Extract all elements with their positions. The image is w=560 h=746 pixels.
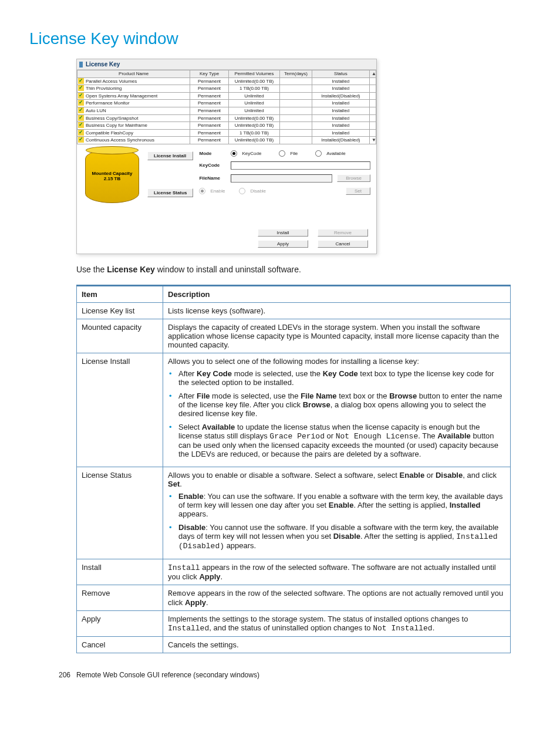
mode-keycode-radio[interactable] (231, 150, 237, 157)
col-keytype[interactable]: Key Type (190, 70, 229, 78)
cell-productname: Business Copy/Snapshot (77, 114, 190, 122)
col-status[interactable]: Status (312, 70, 369, 78)
doc-desc: Remove appears in the row of the selecte… (163, 585, 511, 610)
status-disable-label: Disable (250, 188, 266, 194)
table-row[interactable]: Parallel Access VolumesPermanentUnlimite… (77, 77, 376, 85)
doc-item: Apply (77, 610, 163, 636)
cell-keytype: Permanent (190, 129, 229, 137)
mode-label: Mode (199, 151, 226, 156)
mode-available-radio[interactable] (315, 150, 322, 157)
cell-term (280, 122, 312, 130)
scroll-down-icon[interactable]: ▼ (370, 137, 376, 144)
doc-item: License Key list (77, 302, 163, 319)
page-number: 206 (59, 671, 70, 679)
intro-bold: License Key (107, 265, 155, 274)
keycode-label: KeyCode (199, 163, 226, 168)
window-title: License Key (86, 61, 120, 67)
license-key-table: Product Name Key Type Permitted Volumes … (77, 70, 376, 144)
cell-status: Installed (312, 129, 369, 137)
cell-status: Installed (312, 107, 369, 114)
install-button[interactable]: Install (258, 229, 308, 237)
mounted-capacity-cylinder: Mounted Capacity 2.15 TB (85, 149, 139, 203)
cell-productname: Open Systems Array Management (77, 92, 190, 100)
doc-head-desc: Description (163, 285, 511, 302)
status-enable-label: Enable (210, 188, 225, 194)
cell-status: Installed(Disabled) (312, 137, 369, 144)
doc-desc: Allows you to select one of the followin… (163, 353, 511, 467)
status-disable-radio[interactable] (239, 188, 245, 194)
table-row[interactable]: Business Copy for MainframePermanentUnli… (77, 122, 376, 130)
footer-text: Remote Web Console GUI reference (second… (76, 671, 259, 679)
page-title: License Key window (29, 29, 531, 48)
list-item: After File mode is selected, use the Fil… (176, 391, 505, 418)
doc-row: ApplyImplements the settings to the stor… (77, 610, 511, 636)
cell-productname: Thin Provisioning (77, 85, 190, 93)
doc-desc: Displays the capacity of created LDEVs i… (163, 319, 511, 353)
table-row[interactable]: Open Systems Array ManagementPermanentUn… (77, 92, 376, 100)
cell-permitted: Unlimited(0.00 TB) (228, 137, 279, 144)
table-row[interactable]: Business Copy/SnapshotPermanentUnlimited… (77, 114, 376, 122)
intro-pre: Use the (76, 265, 107, 274)
scroll-track (370, 129, 376, 137)
cell-productname: Parallel Access Volumes (77, 77, 190, 85)
scroll-track (370, 107, 376, 114)
cell-permitted: Unlimited (228, 92, 279, 100)
doc-item: License Install (77, 353, 163, 467)
doc-row: License InstallAllows you to select one … (77, 353, 511, 467)
doc-desc: Cancels the settings. (163, 636, 511, 653)
license-status-button[interactable]: License Status (147, 188, 193, 197)
doc-item: Remove (77, 585, 163, 610)
col-term[interactable]: Term(days) (280, 70, 312, 78)
mode-file-label: File (290, 151, 298, 156)
col-permitted[interactable]: Permitted Volumes (228, 70, 279, 78)
cell-status: Installed (312, 122, 369, 130)
license-key-screenshot: License Key Product Name Key Type Permit… (76, 59, 377, 254)
cell-permitted: 1 TB(0.00 TB) (228, 85, 279, 93)
keycode-input[interactable] (231, 161, 370, 170)
cell-keytype: Permanent (190, 107, 229, 114)
mode-file-radio[interactable] (279, 150, 285, 157)
doc-row: InstallInstall appears in the row of the… (77, 559, 511, 585)
doc-item: Cancel (77, 636, 163, 653)
doc-item: Install (77, 559, 163, 585)
cell-productname: Business Copy for Mainframe (77, 122, 190, 130)
list-item: Disable: You cannot use the software. If… (176, 523, 505, 551)
scroll-track (370, 85, 376, 93)
doc-desc: Lists license keys (software). (163, 302, 511, 319)
intro-text: Use the License Key window to install an… (76, 265, 531, 274)
col-productname[interactable]: Product Name (77, 70, 190, 78)
scroll-up-icon[interactable]: ▲ (370, 70, 376, 78)
cell-keytype: Permanent (190, 77, 229, 85)
intro-post: window to install and uninstall software… (155, 265, 301, 274)
status-enable-radio[interactable] (199, 188, 205, 194)
apply-button[interactable]: Apply (258, 240, 308, 248)
cell-keytype: Permanent (190, 137, 229, 144)
cancel-button[interactable]: Cancel (318, 240, 368, 248)
table-row[interactable]: Compatible FlashCopyPermanent1 TB(0.00 T… (77, 129, 376, 137)
cell-productname: Compatible FlashCopy (77, 129, 190, 137)
list-item: After Key Code mode is selected, use the… (176, 369, 505, 387)
license-install-button[interactable]: License Install (147, 151, 193, 160)
table-row[interactable]: Continuous Access SynchronousPermanentUn… (77, 137, 376, 144)
table-row[interactable]: Thin ProvisioningPermanent1 TB(0.00 TB)I… (77, 85, 376, 93)
filename-label: FileName (199, 175, 226, 181)
doc-row: RemoveRemove appears in the row of the s… (77, 585, 511, 610)
cell-permitted: Unlimited(0.00 TB) (228, 122, 279, 130)
cell-status: Installed (312, 77, 369, 85)
cell-keytype: Permanent (190, 114, 229, 122)
cell-permitted: Unlimited (228, 100, 279, 107)
window-titlebar: License Key (77, 59, 376, 70)
scroll-track (370, 114, 376, 122)
doc-desc: Install appears in the row of the select… (163, 559, 511, 585)
cell-productname: Performance Monitor (77, 100, 190, 107)
list-item: Select Available to update the license s… (176, 423, 505, 458)
cell-term (280, 137, 312, 144)
doc-row: License StatusAllows you to enable or di… (77, 467, 511, 559)
table-row[interactable]: Performance MonitorPermanentUnlimitedIns… (77, 100, 376, 107)
cell-keytype: Permanent (190, 100, 229, 107)
table-row[interactable]: Auto LUNPermanentUnlimitedInstalled (77, 107, 376, 114)
doc-desc: Allows you to enable or disable a softwa… (163, 467, 511, 559)
doc-item: License Status (77, 467, 163, 559)
remove-button: Remove (318, 229, 368, 237)
cell-permitted: 1 TB(0.00 TB) (228, 129, 279, 137)
